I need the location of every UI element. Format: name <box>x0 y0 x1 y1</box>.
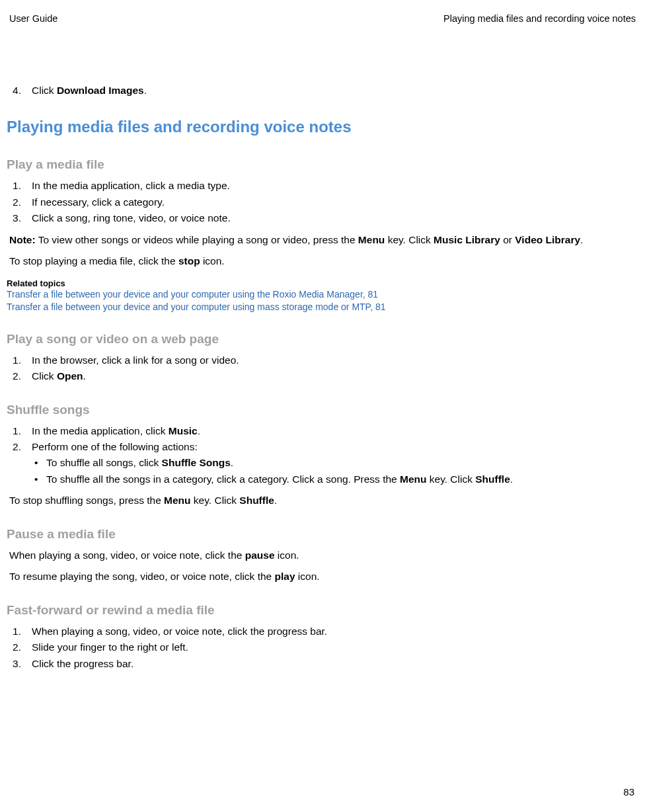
text-part: Click <box>32 85 57 96</box>
step-text: Perform one of the following actions: <box>32 440 638 454</box>
step-text: If necessary, click a category. <box>32 195 638 210</box>
step-number: 2. <box>12 640 32 655</box>
subheading-play-media: Play a media file <box>7 157 638 172</box>
step-number: 3. <box>12 211 32 225</box>
pause-icon-label: pause <box>245 549 275 561</box>
shuffle-songs-label: Shuffle Songs <box>162 457 231 468</box>
section-heading-h1: Playing media files and recording voice … <box>7 118 638 136</box>
stop-paragraph: To stop playing a media file, click the … <box>9 254 638 268</box>
stop-icon-label: stop <box>178 255 200 266</box>
list-item: 2. Click Open. <box>7 369 638 384</box>
text-part: In the media application, click <box>32 425 169 436</box>
step-text: In the media application, click Music. <box>32 424 638 438</box>
menu-key: Menu <box>358 234 385 245</box>
step-text: Click a song, ring tone, video, or voice… <box>32 211 638 225</box>
continued-step-4: 4. Click Download Images. <box>7 83 638 98</box>
header-right: Playing media files and recording voice … <box>443 13 636 24</box>
related-topics-label: Related topics <box>7 278 638 288</box>
subheading-pause: Pause a media file <box>7 527 638 542</box>
page-header: User Guide Playing media files and recor… <box>9 13 636 24</box>
document-page: User Guide Playing media files and recor… <box>0 0 645 812</box>
header-left: User Guide <box>9 13 57 24</box>
step-number: 1. <box>12 353 32 368</box>
text-part: icon. <box>200 255 225 266</box>
bullet-text: To shuffle all songs, click Shuffle Song… <box>46 456 638 470</box>
text-part: key. Click <box>385 234 434 245</box>
text-part: icon. <box>275 549 299 561</box>
list-item: 1. In the media application, click Music… <box>7 424 638 438</box>
step-number: 1. <box>12 179 32 193</box>
step-text: Click the progress bar. <box>32 657 638 671</box>
text-part: When playing a song, video, or voice not… <box>9 549 245 561</box>
step-text: When playing a song, video, or voice not… <box>32 624 638 639</box>
text-part: . <box>144 85 147 96</box>
step-number: 2. <box>12 440 32 454</box>
note-paragraph: Note: To view other songs or videos whil… <box>9 233 638 247</box>
text-part: . <box>580 234 583 245</box>
stop-shuffle-paragraph: To stop shuffling songs, press the Menu … <box>9 493 638 508</box>
text-part: To view other songs or videos while play… <box>36 234 358 245</box>
step-text: In the media application, click a media … <box>32 179 638 193</box>
text-part: . <box>198 425 200 436</box>
text-part: To stop playing a media file, click the <box>9 255 178 266</box>
related-link[interactable]: Transfer a file between your device and … <box>7 301 638 313</box>
step-number: 4. <box>12 83 32 98</box>
list-item: 2. If necessary, click a category. <box>7 195 638 210</box>
text-part: To shuffle all the songs in a category, … <box>46 473 400 485</box>
bullet-text: To shuffle all the songs in a category, … <box>46 472 638 487</box>
step-number: 1. <box>12 424 32 438</box>
page-number: 83 <box>623 786 634 797</box>
text-part: key. Click <box>191 495 240 506</box>
bullet-icon: • <box>34 456 46 470</box>
list-item: 3. Click the progress bar. <box>7 657 638 671</box>
pause-line-1: When playing a song, video, or voice not… <box>9 548 638 563</box>
menu-key: Menu <box>400 473 426 485</box>
step-text: Click Download Images. <box>32 83 638 98</box>
list-item: 2. Slide your finger to the right or lef… <box>7 640 638 655</box>
list-item: 1. In the browser, click a link for a so… <box>7 353 638 368</box>
text-part: or <box>500 234 515 245</box>
step-number: 1. <box>12 624 32 639</box>
music-library-label: Music Library <box>434 234 500 245</box>
bullet-icon: • <box>34 472 46 487</box>
step-number: 2. <box>12 369 32 384</box>
text-part: To stop shuffling songs, press the <box>9 495 164 506</box>
text-part: To resume playing the song, video, or vo… <box>9 571 275 582</box>
text-part: . <box>510 473 513 485</box>
open-label: Open <box>57 370 83 382</box>
bullet-item: • To shuffle all songs, click Shuffle So… <box>7 456 638 470</box>
step-number: 3. <box>12 657 32 671</box>
music-label: Music <box>169 425 198 436</box>
download-images-label: Download Images <box>57 85 144 96</box>
step-text: In the browser, click a link for a song … <box>32 353 638 368</box>
text-part: . <box>231 457 233 468</box>
related-link[interactable]: Transfer a file between your device and … <box>7 288 638 301</box>
play-icon-label: play <box>275 571 295 582</box>
text-part: icon. <box>295 571 320 582</box>
shuffle-label: Shuffle <box>239 495 274 506</box>
step-text: Slide your finger to the right or left. <box>32 640 638 655</box>
note-label: Note: <box>9 234 36 245</box>
step-number: 2. <box>12 195 32 210</box>
text-part: To shuffle all songs, click <box>46 457 162 468</box>
text-part: Click <box>32 370 57 382</box>
subheading-shuffle: Shuffle songs <box>7 403 638 417</box>
subheading-web-page: Play a song or video on a web page <box>7 332 638 346</box>
list-item: 3. Click a song, ring tone, video, or vo… <box>7 211 638 225</box>
list-item: 1. When playing a song, video, or voice … <box>7 624 638 639</box>
shuffle-label: Shuffle <box>475 473 510 485</box>
pause-line-2: To resume playing the song, video, or vo… <box>9 569 638 584</box>
step-text: Click Open. <box>32 369 638 384</box>
menu-key: Menu <box>164 495 190 506</box>
video-library-label: Video Library <box>515 234 580 245</box>
subheading-ff: Fast-forward or rewind a media file <box>7 603 638 618</box>
list-item: 2. Perform one of the following actions: <box>7 440 638 454</box>
list-item: 1. In the media application, click a med… <box>7 179 638 193</box>
text-part: . <box>274 495 277 506</box>
bullet-item: • To shuffle all the songs in a category… <box>7 472 638 487</box>
text-part: key. Click <box>426 473 475 485</box>
text-part: . <box>83 370 86 382</box>
